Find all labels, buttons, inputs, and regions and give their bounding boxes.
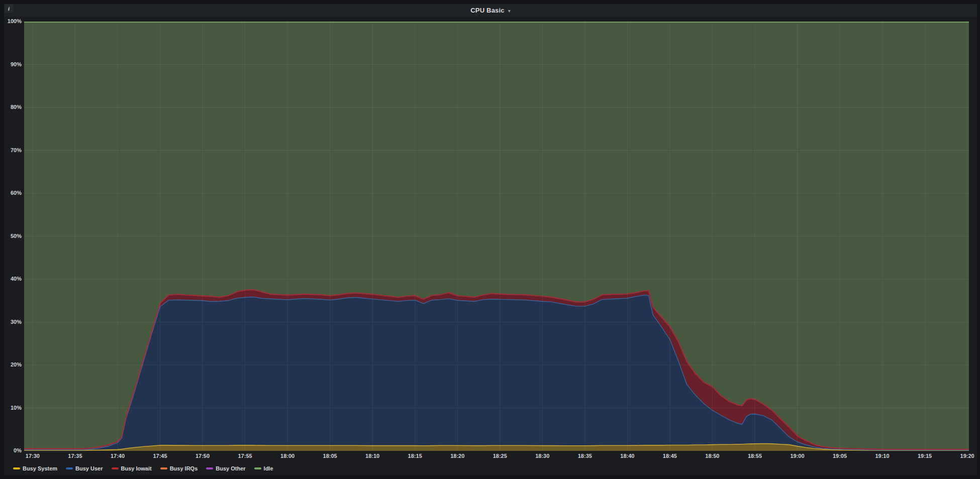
x-axis-label: 18:15 [400,453,430,459]
y-axis-label: 70% [0,147,22,153]
x-axis-label: 18:50 [697,453,727,459]
y-axis-label: 100% [0,18,22,24]
x-axis-label: 18:30 [527,453,557,459]
panel-info-corner[interactable]: i [5,4,13,13]
x-axis-label: 18:55 [740,453,770,459]
legend-swatch [13,467,20,469]
x-axis-label: 19:10 [867,453,898,459]
legend-item-busy-iowait[interactable]: Busy Iowait [112,465,152,471]
y-axis-label: 80% [0,104,22,110]
y-axis-label: 10% [0,405,22,411]
x-axis-label: 17:35 [60,453,90,459]
y-axis-label: 30% [0,319,22,325]
legend-label: Idle [264,465,273,471]
x-axis-label: 17:45 [145,453,175,459]
x-axis-label: 17:50 [187,453,218,459]
legend-item-busy-irqs[interactable]: Busy IRQs [160,465,198,471]
x-axis-label: 19:05 [825,453,855,459]
legend-label: Busy System [23,465,57,471]
legend: Busy SystemBusy UserBusy IowaitBusy IRQs… [13,464,273,473]
x-axis-label: 18:35 [570,453,600,459]
y-axis-label: 20% [0,362,22,368]
x-axis-label: 19:20 [952,453,980,459]
x-axis-label: 17:40 [103,453,133,459]
legend-swatch [206,467,213,469]
x-axis-label: 17:30 [18,453,48,459]
info-icon: i [8,6,10,12]
cpu-usage-chart [0,0,980,479]
legend-label: Busy IRQs [170,465,198,471]
x-axis-label: 18:00 [272,453,303,459]
x-axis-label: 18:45 [655,453,685,459]
legend-label: Busy Iowait [121,465,152,471]
page: { "panel": { "title": "CPU Basic" }, "ic… [0,0,980,479]
legend-item-busy-system[interactable]: Busy System [13,465,57,471]
x-axis-label: 19:00 [782,453,812,459]
legend-item-idle[interactable]: Idle [254,465,273,471]
x-axis-label: 18:40 [612,453,642,459]
y-axis-label: 50% [0,233,22,239]
y-axis-label: 90% [0,61,22,67]
legend-label: Busy Other [216,465,245,471]
legend-item-busy-user[interactable]: Busy User [66,465,103,471]
x-axis-label: 17:55 [230,453,260,459]
legend-label: Busy User [75,465,103,471]
y-axis-label: 40% [0,276,22,282]
legend-swatch [66,467,73,469]
legend-item-busy-other[interactable]: Busy Other [206,465,245,471]
x-axis-label: 18:05 [315,453,345,459]
legend-swatch [160,467,167,469]
legend-swatch [112,467,119,469]
legend-swatch [254,467,261,469]
x-axis-label: 18:25 [485,453,515,459]
x-axis-label: 18:10 [357,453,387,459]
y-axis-label: 60% [0,190,22,196]
x-axis-label: 18:20 [442,453,472,459]
x-axis-label: 19:15 [910,453,940,459]
